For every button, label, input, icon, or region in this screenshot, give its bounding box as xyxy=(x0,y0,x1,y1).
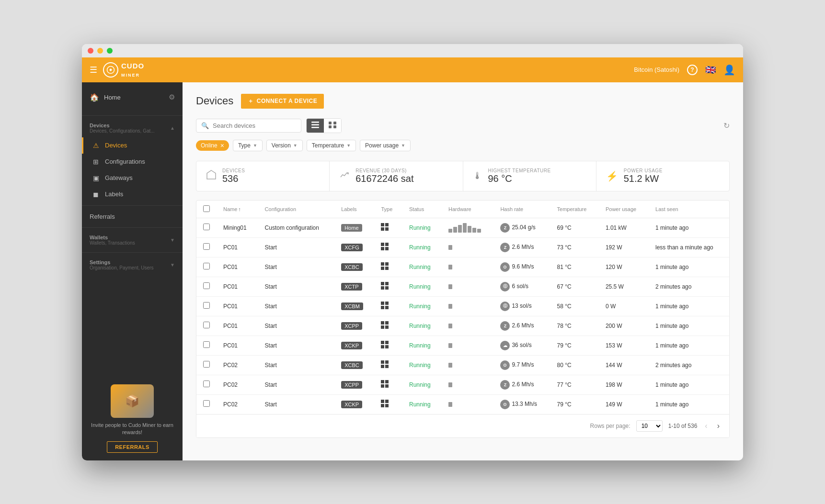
cell-label: XCPP xyxy=(334,375,374,394)
devices-group-chevron[interactable]: ▲ xyxy=(170,125,175,131)
version-filter-dropdown[interactable]: Version ▼ xyxy=(266,140,303,151)
sidebar-devices-label: Devices xyxy=(105,142,127,149)
algo-icon: Z xyxy=(500,321,510,331)
rows-per-page-select[interactable]: 10 25 50 100 xyxy=(636,420,663,432)
cell-name: PC01 xyxy=(217,277,258,296)
row-checkbox[interactable] xyxy=(203,341,210,348)
cell-temperature: 77 °C xyxy=(550,375,599,394)
row-checkbox[interactable] xyxy=(203,400,210,407)
pagination-info: 1-10 of 536 xyxy=(668,423,698,429)
cell-power: 120 W xyxy=(599,257,649,277)
language-flag[interactable]: 🇬🇧 xyxy=(705,65,716,75)
cell-status: Running xyxy=(402,394,442,414)
logo-icon xyxy=(103,62,118,78)
cell-name: PC01 xyxy=(217,257,258,277)
refresh-button[interactable]: ↻ xyxy=(723,121,730,130)
select-all-checkbox[interactable] xyxy=(203,205,210,212)
app-window: ☰ CUDOMINER Bitcoin (Satoshi) ? 🇬🇧 👤 xyxy=(82,44,743,460)
list-view-button[interactable] xyxy=(307,119,324,133)
menu-toggle[interactable]: ☰ xyxy=(90,65,97,75)
cell-label: XCBC xyxy=(334,355,374,375)
table-row: PC01 Start XCKP Running ☁36 sol/s 79 °C … xyxy=(196,336,729,355)
search-input[interactable] xyxy=(213,122,296,129)
sidebar-divider-4 xyxy=(82,252,183,253)
cell-hashrate: Z2.6 Mh/s xyxy=(493,316,550,336)
svg-rect-31 xyxy=(381,325,384,329)
top-navigation: ☰ CUDOMINER Bitcoin (Satoshi) ? 🇬🇧 👤 xyxy=(82,57,743,82)
revenue-stat-value: 61672246 sat xyxy=(355,173,413,184)
temperature-filter-dropdown[interactable]: Temperature ▼ xyxy=(307,140,356,151)
row-checkbox[interactable] xyxy=(203,302,210,309)
sidebar-item-gateways[interactable]: ▣ Gateways xyxy=(82,170,183,186)
row-checkbox[interactable] xyxy=(203,361,210,368)
grid-view-button[interactable] xyxy=(324,119,341,133)
online-filter-remove[interactable]: × xyxy=(220,142,224,149)
cell-status: Running xyxy=(402,257,442,277)
settings-group-chevron[interactable]: ▼ xyxy=(170,262,175,268)
svg-rect-42 xyxy=(385,380,389,383)
maximize-btn[interactable] xyxy=(107,48,113,54)
row-checkbox[interactable] xyxy=(203,224,210,230)
online-filter-tag: Online × xyxy=(196,140,229,151)
cell-temperature: 69 °C xyxy=(550,218,599,237)
svg-rect-4 xyxy=(329,122,332,124)
table: Name ↑ Configuration Labels Type Status … xyxy=(196,201,729,414)
main-layout: 🏠 Home ⚙ Devices Devices, Configurations… xyxy=(82,82,743,460)
sidebar-item-configurations[interactable]: ⊞ Configurations xyxy=(82,154,183,170)
row-checkbox[interactable] xyxy=(203,381,210,387)
sidebar-item-devices[interactable]: ⚠ Devices xyxy=(82,137,183,154)
cell-status: Running xyxy=(402,277,442,296)
svg-rect-47 xyxy=(381,404,384,407)
table-row: PC01 Start XCBM Running ⓪13 sol/s 58 °C … xyxy=(196,296,729,316)
minimize-btn[interactable] xyxy=(97,48,103,54)
algo-icon: ☁ xyxy=(500,341,510,350)
table-row: PC02 Start XCKP Running ⊙13.3 Mh/s 79 °C… xyxy=(196,394,729,414)
power-usage-filter-dropdown[interactable]: Power usage ▼ xyxy=(360,140,411,151)
svg-rect-3 xyxy=(311,127,319,128)
next-page-button[interactable]: › xyxy=(715,421,722,431)
type-filter-dropdown[interactable]: Type ▼ xyxy=(233,140,263,151)
wallets-group-header: Wallets Wallets, Transactions ▼ xyxy=(82,231,183,249)
cell-config: Start xyxy=(258,355,335,375)
connect-device-button[interactable]: ＋ CONNECT A DEVICE xyxy=(241,94,324,109)
wallets-group-chevron[interactable]: ▼ xyxy=(170,237,175,243)
nav-left: ☰ CUDOMINER xyxy=(90,62,144,78)
devices-stat-value: 536 xyxy=(222,173,245,184)
os-icon xyxy=(381,381,389,389)
cell-type xyxy=(374,218,402,237)
toolbar: 🔍 xyxy=(196,118,730,133)
sidebar-item-home[interactable]: 🏠 Home ⚙ xyxy=(82,88,183,107)
cell-config: Start xyxy=(258,394,335,414)
row-checkbox[interactable] xyxy=(203,322,210,328)
page-title: Devices xyxy=(196,95,233,107)
referral-promo-text: Invite people to Cudo Miner to earn rewa… xyxy=(90,422,175,437)
settings-gear-icon[interactable]: ⚙ xyxy=(169,93,175,101)
cell-temperature: 81 °C xyxy=(550,257,599,277)
table-row: PC01 Start XCFG Running Z2.6 Mh/s 73 °C … xyxy=(196,237,729,257)
cell-name: PC01 xyxy=(217,296,258,316)
sidebar-item-labels[interactable]: ◼ Labels xyxy=(82,186,183,202)
cell-label: XCBC xyxy=(334,257,374,277)
sidebar-divider-1 xyxy=(82,115,183,116)
close-btn[interactable] xyxy=(88,48,93,54)
os-icon xyxy=(381,224,389,232)
prev-page-button[interactable]: ‹ xyxy=(703,421,709,431)
cell-name: PC02 xyxy=(217,394,258,414)
table-row: PC02 Start XCBC Running ⊙9.7 Mh/s 80 °C … xyxy=(196,355,729,375)
help-icon[interactable]: ? xyxy=(687,65,698,75)
sidebar-item-referrals[interactable]: Referrals xyxy=(82,209,183,224)
row-checkbox[interactable] xyxy=(203,263,210,269)
cell-hardware xyxy=(442,237,493,257)
row-checkbox[interactable] xyxy=(203,282,210,289)
user-account-icon[interactable]: 👤 xyxy=(723,64,735,76)
stat-devices-info: DEVICES 536 xyxy=(222,168,245,184)
sidebar-divider-3 xyxy=(82,227,183,228)
col-config: Configuration xyxy=(258,201,335,218)
cell-status: Running xyxy=(402,218,442,237)
row-checkbox[interactable] xyxy=(203,243,210,250)
cell-hashrate: Z25.04 g/s xyxy=(493,218,550,237)
svg-rect-44 xyxy=(385,384,389,388)
sidebar-gateways-label: Gateways xyxy=(105,174,133,181)
cell-hashrate: ☁36 sol/s xyxy=(493,336,550,355)
referral-button[interactable]: REFERRALS xyxy=(107,441,158,453)
